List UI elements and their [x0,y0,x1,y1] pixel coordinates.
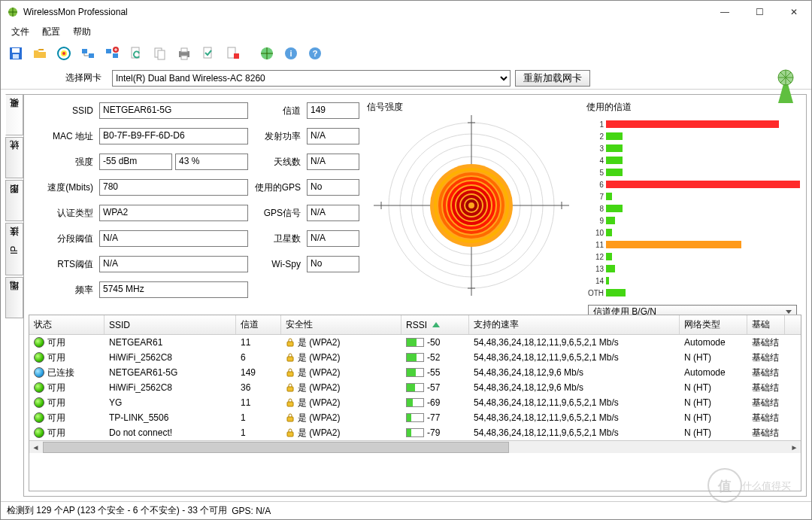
signal-bar-icon [406,428,424,437]
adapter-row: 选择网卡 Intel(R) Dual Band Wireless-AC 8260… [1,67,811,90]
signal-bar-icon [406,398,424,407]
frag-label: 分段阈值 [29,233,96,245]
channel-bar-row: 3 [585,142,800,154]
signal-bar-icon [406,368,424,377]
channel-bar-row: 2 [585,130,800,142]
ap-list-header: 状态 SSID 信道 安全性 RSSI 支持的速率 网络类型 基础 [29,315,801,335]
signal-radar-panel: 信号强度 [364,99,579,310]
vtab-summary[interactable]: 概要 [5,94,23,135]
auth-value: WPA2 [99,205,248,221]
svg-rect-52 [287,417,293,421]
app-icon [7,6,19,18]
ap-row[interactable]: 可用NETGEAR6111是 (WPA2)-5054,48,36,24,18,1… [29,335,801,350]
channel-bar-row: OTH [585,287,800,299]
ap-row[interactable]: 可用HiWiFi_2562C836是 (WPA2)-5754,48,36,24,… [29,380,801,395]
status-dot-icon [34,337,44,348]
col-status[interactable]: 状态 [29,315,105,334]
ap-list: 状态 SSID 信道 安全性 RSSI 支持的速率 网络类型 基础 可用NETG… [29,315,801,491]
ap-row[interactable]: 可用TP-LINK_55061是 (WPA2)-7754,48,36,24,18… [29,410,801,425]
svg-rect-8 [89,53,94,58]
horizontal-scrollbar[interactable]: ◄► [29,440,801,453]
adapter-select[interactable]: Intel(R) Dual Band Wireless-AC 8260 [112,70,511,87]
col-ssid[interactable]: SSID [105,315,236,334]
menu-config[interactable]: 配置 [36,24,66,40]
vtab-ipconn[interactable]: IP 连接 [5,223,23,275]
save-icon[interactable] [5,43,26,64]
ap-row[interactable]: 可用Do not connect!1是 (WPA2)-7954,48,36,24… [29,425,801,440]
channel-bar-row: 8 [585,202,800,214]
vtab-stats[interactable]: 统计 [5,137,23,178]
mac-value: B0-7F-B9-FF-6D-D6 [99,128,248,144]
antenna-value: N/A [307,154,359,170]
sat-value: N/A [307,230,359,247]
svg-text:?: ? [313,49,318,58]
window-title: WirelessMon Professional [23,7,707,17]
signal-bar-icon [406,338,424,347]
maximize-button[interactable]: ☐ [742,1,777,23]
menu-bar: 文件 配置 帮助 [1,23,811,40]
col-rssi[interactable]: RSSI [401,315,469,334]
svg-point-6 [62,52,65,55]
status-bar: 检测到 129 个AP (123 个安全 - 6 个不安全) - 33 个可用 … [1,501,811,519]
ssid-value: NETGEAR61-5G [99,102,248,119]
menu-help[interactable]: 帮助 [67,24,97,40]
channel-usage-panel: 使用的信道 1234567891011121314OTH 信道使用 B/G/N [583,99,801,310]
sat-label: 卫星数 [251,233,304,245]
info-panel: SSID NETGEAR61-5G 信道 149 MAC 地址 B0-7F-B9… [29,99,359,310]
gpssig-value: N/A [307,205,359,221]
info-icon[interactable]: i [280,43,301,64]
net2-icon[interactable] [102,43,123,64]
reload-adapter-button[interactable]: 重新加载网卡 [515,70,590,87]
menu-file[interactable]: 文件 [5,24,35,40]
doc-check-icon[interactable] [198,43,219,64]
net1-icon[interactable] [77,43,98,64]
doc-refresh-icon[interactable] [126,43,147,64]
channel-usage-chart: 1234567891011121314OTH [583,115,801,302]
help-icon[interactable]: ? [304,43,326,64]
vtab-graph[interactable]: 图形 [5,180,23,221]
gpssig-label: GPS信号 [251,207,304,220]
wispy-label: Wi-Spy [251,259,304,269]
col-security[interactable]: 安全性 [281,315,401,334]
ap-row[interactable]: 可用HiWiFi_2562C86是 (WPA2)-5254,48,36,24,1… [29,350,801,365]
speed-label: 速度(Mbits) [29,181,96,194]
status-dot-icon [34,427,44,438]
col-infra[interactable]: 基础 [747,315,785,334]
status-dot-icon [34,412,44,423]
channel-bar-row: 10 [585,227,800,239]
ap-row[interactable]: 可用YG11是 (WPA2)-6954,48,36,24,18,12,11,9,… [29,395,801,410]
col-nettype[interactable]: 网络类型 [680,315,747,334]
vtab-map[interactable]: 地图 [5,277,23,318]
freq-label: 频率 [29,284,96,296]
txpower-label: 发射功率 [251,130,304,143]
svg-text:i: i [289,49,292,58]
mac-label: MAC 地址 [29,130,96,143]
ap-row[interactable]: 已连接NETGEAR61-5G149是 (WPA2)-5554,48,36,24… [29,365,801,380]
doc-warn-icon[interactable] [222,43,243,64]
close-button[interactable]: ✕ [777,1,811,23]
signal-bar-icon [406,383,424,392]
target-icon[interactable] [53,43,74,64]
status-ap-count: 检测到 129 个AP (123 个安全 - 6 个不安全) - 33 个可用 [7,504,227,517]
svg-rect-48 [287,357,293,361]
freq-value: 5745 MHz [99,281,248,298]
channel-bar-row: 6 [585,178,800,190]
minimize-button[interactable]: — [707,1,742,23]
col-rates[interactable]: 支持的速率 [469,315,680,334]
svg-rect-3 [13,54,19,59]
adapter-label: 选择网卡 [5,71,108,84]
status-dot-icon [34,382,44,393]
channel-bar-row: 9 [585,214,800,227]
globe-icon[interactable] [256,43,277,64]
col-chan[interactable]: 信道 [236,315,281,334]
print-icon[interactable] [174,43,195,64]
frag-value: N/A [99,230,248,247]
wispy-value: No [307,256,359,272]
open-icon[interactable] [29,43,50,64]
channel-value: 149 [307,102,359,119]
docs-icon[interactable] [150,43,171,64]
rts-value: N/A [99,256,248,272]
svg-rect-53 [287,432,293,436]
ssid-label: SSID [29,105,96,116]
signal-header: 信号强度 [364,99,579,115]
